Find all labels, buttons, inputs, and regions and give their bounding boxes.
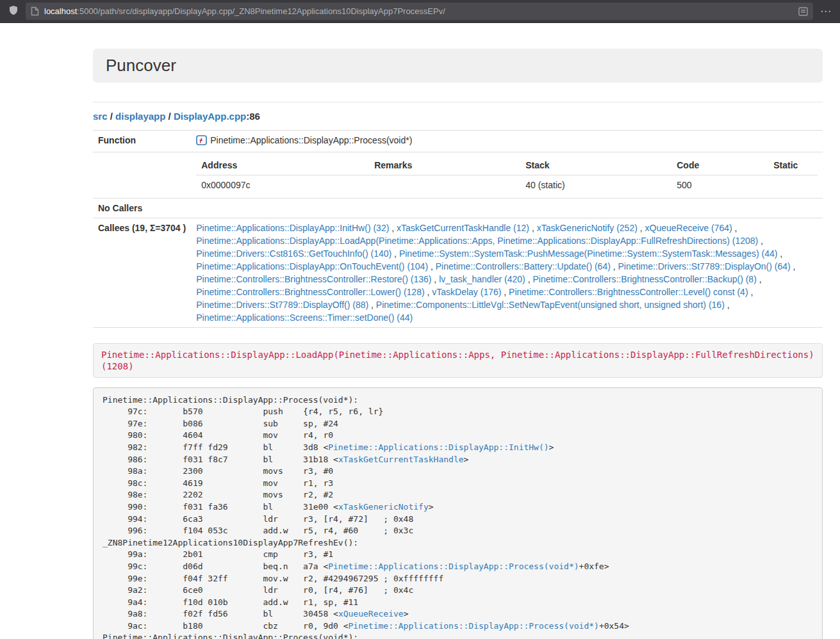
code-text: 994: 6ca3 ldr r3, [r4, #72] ; 0x48: [103, 514, 413, 524]
code-line: 99a: 2b01 cmp r3, #1: [103, 549, 813, 561]
code-symbol-link[interactable]: xQueueReceive: [338, 609, 404, 619]
code-text: 986: f031 f8c7 bl 31b18 <: [103, 455, 338, 464]
disassembly-code: Pinetime::Applications::DisplayApp::Proc…: [93, 387, 823, 639]
code-text: 98e: 2202 movs r2, #2: [103, 490, 333, 499]
code-line: 994: 6ca3 ldr r3, [r4, #72] ; 0x48: [103, 514, 813, 526]
callee-link[interactable]: lv_task_handler (420): [439, 274, 525, 284]
callee-link[interactable]: xTaskGetCurrentTaskHandle (12): [397, 223, 529, 233]
code-text: 9a8: f02f fd56 bl 30458 <: [103, 609, 338, 619]
code-line: 97e: b086 sub sp, #24: [103, 418, 813, 430]
cell-value: 500: [671, 175, 768, 195]
code-symbol-link[interactable]: xTaskGenericNotify: [338, 502, 429, 512]
column-header: Static: [768, 156, 818, 175]
callee-link[interactable]: Pinetime::System::SystemTask::PushMessag…: [399, 248, 778, 259]
code-text: 99a: 2b01 cmp r3, #1: [103, 549, 333, 559]
code-symbol-link[interactable]: xTaskGetCurrentTaskHandle: [338, 455, 464, 464]
code-text: 980: 4604 mov r4, r0: [103, 430, 333, 440]
callee-link[interactable]: xTaskGenericNotify (252): [537, 223, 638, 233]
callee-separator: ,: [777, 248, 782, 259]
url-text[interactable]: localhost:5000/path/src/displayapp/Displ…: [44, 6, 793, 16]
callees-row: Callees (19, Σ=3704 ) Pinetime::Applicat…: [93, 218, 823, 327]
callee-link[interactable]: Pinetime::Applications::Screens::Timer::…: [196, 312, 413, 323]
callee-link[interactable]: Pinetime::Controllers::BrightnessControl…: [196, 274, 431, 284]
code-text: 98c: 4619 mov r1, r3: [103, 478, 333, 488]
code-line: 99e: f04f 32ff mov.w r2, #4294967295 ; 0…: [103, 573, 813, 585]
breadcrumb-separator: /: [108, 111, 116, 122]
callee-link[interactable]: xQueueReceive (764): [645, 223, 732, 233]
code-symbol-link[interactable]: Pinetime::Applications::DisplayApp::Init…: [328, 442, 548, 452]
code-text: Pinetime::Applications::DisplayApp::Proc…: [103, 633, 358, 639]
page-content: Puncover src / displayapp / DisplayApp.c…: [93, 49, 823, 639]
divider: [93, 102, 823, 102]
callee-link[interactable]: Pinetime::Controllers::BrightnessControl…: [196, 287, 424, 297]
cell-value: [768, 175, 818, 195]
callee-link[interactable]: Pinetime::Applications::DisplayApp::Load…: [196, 236, 758, 246]
callee-separator: ,: [732, 223, 737, 233]
code-text: 9ac: b180 cbz r0, 9d0 <: [103, 621, 349, 631]
function-table: Function Pinetime::Applications::Display…: [93, 130, 823, 328]
callee-separator: ,: [391, 248, 399, 259]
breadcrumb-link[interactable]: DisplayApp.cpp: [174, 111, 246, 122]
breadcrumb-link[interactable]: displayapp: [115, 111, 165, 122]
code-line: _ZN8Pinetime12Applications10DisplayApp7R…: [103, 537, 813, 549]
callee-link[interactable]: Pinetime::Controllers::BrightnessControl…: [509, 287, 748, 297]
code-text: >: [464, 455, 469, 464]
code-line: 986: f031 f8c7 bl 31b18 <xTaskGetCurrent…: [103, 454, 813, 466]
code-symbol-link[interactable]: Pinetime::Applications::DisplayApp::Proc…: [328, 562, 579, 571]
callee-separator: ,: [725, 300, 730, 310]
code-text: >: [429, 502, 434, 512]
column-header: Address: [196, 156, 369, 175]
shield-icon: [8, 5, 19, 18]
callee-link[interactable]: Pinetime::Controllers::Battery::Update()…: [436, 261, 611, 271]
function-name-cell: Pinetime::Applications::DisplayApp::Proc…: [191, 130, 823, 152]
column-header: Remarks: [369, 156, 520, 175]
code-text: _ZN8Pinetime12Applications10DisplayApp7R…: [103, 538, 358, 547]
breadcrumb: src / displayapp / DisplayApp.cpp:86: [93, 111, 823, 122]
callee-link[interactable]: Pinetime::Components::LittleVgl::SetNewT…: [376, 300, 725, 310]
cell-value: 0x0000097c: [196, 175, 369, 195]
code-line: 9ac: b180 cbz r0, 9d0 <Pinetime::Applica…: [103, 620, 813, 633]
details-table: AddressRemarksStackCodeStatic 0x0000097c…: [196, 156, 818, 195]
browser-menu-button[interactable]: ⋯: [817, 0, 835, 23]
tracking-protection-button[interactable]: [5, 3, 22, 20]
url-domain: localhost: [44, 6, 77, 16]
function-row: Function Pinetime::Applications::Display…: [93, 130, 823, 152]
code-text: +0xfe>: [579, 562, 609, 571]
code-text: 996: f104 053c add.w r5, r4, #60 ; 0x3c: [103, 526, 413, 535]
callee-separator: ,: [389, 223, 397, 233]
code-text: 9a4: f10d 010b add.w r1, sp, #11: [103, 597, 358, 607]
url-bar[interactable]: localhost:5000/path/src/displayapp/Displ…: [26, 3, 813, 20]
code-text: +0x54>: [599, 621, 629, 631]
callee-separator: ,: [748, 287, 754, 297]
code-line: 97c: b570 push {r4, r5, r6, lr}: [103, 406, 813, 418]
column-header: Code: [671, 156, 768, 175]
cell-value: [369, 175, 520, 195]
callee-link[interactable]: Pinetime::Controllers::BrightnessControl…: [532, 274, 756, 284]
callee-separator: ,: [758, 236, 763, 246]
callee-separator: ,: [501, 287, 509, 297]
reader-mode-icon[interactable]: [798, 7, 808, 16]
code-line: Pinetime::Applications::DisplayApp::Proc…: [103, 394, 813, 407]
code-line: 98e: 2202 movs r2, #2: [103, 489, 813, 501]
code-line: 996: f104 053c add.w r5, r4, #60 ; 0x3c: [103, 525, 813, 537]
code-symbol-link[interactable]: Pinetime::Applications::DisplayApp::Proc…: [349, 621, 599, 631]
app-title: Puncover: [106, 56, 810, 75]
callee-link[interactable]: Pinetime::Drivers::St7789::DisplayOff() …: [196, 300, 368, 310]
callee-link[interactable]: vTaskDelay (176): [432, 287, 501, 297]
callee-link[interactable]: Pinetime::Drivers::St7789::DisplayOn() (…: [618, 261, 791, 271]
no-callers-row: No Callers: [93, 198, 823, 218]
callee-link[interactable]: Pinetime::Applications::DisplayApp::Init…: [196, 223, 389, 233]
callee-link[interactable]: Pinetime::Applications::DisplayApp::OnTo…: [196, 261, 428, 271]
code-line: 9a8: f02f fd56 bl 30458 <xQueueReceive>: [103, 608, 813, 620]
code-text: 97c: b570 push {r4, r5, r6, lr}: [103, 407, 383, 416]
callee-separator: ,: [791, 261, 796, 271]
code-text: 982: f7ff fd29 bl 3d8 <: [103, 442, 328, 452]
details-row: AddressRemarksStackCodeStatic 0x0000097c…: [93, 152, 823, 198]
callee-link[interactable]: Pinetime::Drivers::Cst816S::GetTouchInfo…: [196, 248, 391, 259]
callee-separator: ,: [368, 300, 376, 310]
function-name: Pinetime::Applications::DisplayApp::Proc…: [210, 135, 412, 145]
no-callers-label: No Callers: [93, 198, 191, 218]
code-text: >: [549, 442, 554, 452]
breadcrumb-link[interactable]: src: [93, 111, 108, 122]
code-line: 9a4: f10d 010b add.w r1, sp, #11: [103, 597, 813, 609]
